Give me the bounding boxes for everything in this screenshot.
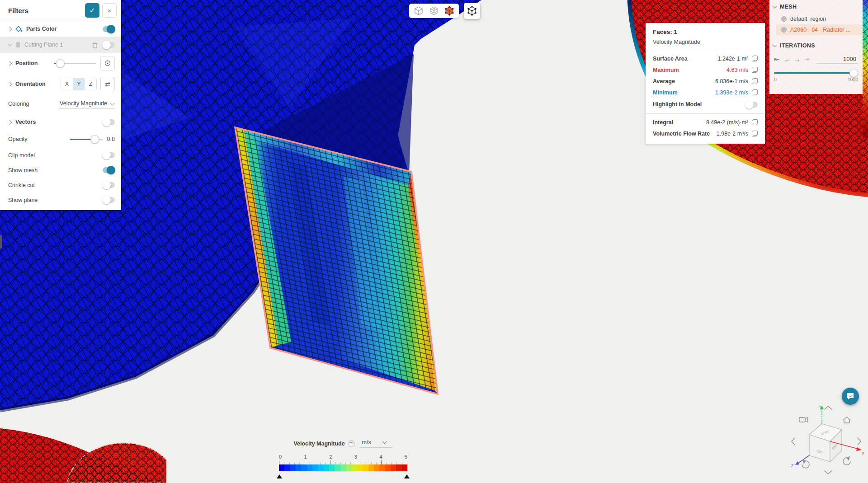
view-cube[interactable]: LEFT TOP BACK [809, 424, 842, 462]
copy-icon[interactable] [752, 67, 758, 73]
flip-orientation-button[interactable]: ⇄ [100, 77, 115, 91]
colorbar-ticks [279, 460, 407, 464]
volumetric-flow-rate-row: Volumetric Flow Rate 1.98e-2 m³/s [646, 128, 765, 139]
crinkle-cut-toggle[interactable] [103, 182, 115, 188]
stat-value: 1.393e-2 m/s [715, 89, 748, 96]
vectors-toggle[interactable] [103, 119, 115, 125]
axis-z-button[interactable]: Z [85, 78, 96, 90]
tree-item-label: A2060 - 04 - Radiator ... [790, 27, 850, 33]
apply-filters-button[interactable]: ✓ [85, 3, 99, 18]
clip-model-toggle[interactable] [103, 152, 115, 158]
position-slider[interactable] [54, 60, 96, 66]
next-iteration-button[interactable]: → [794, 56, 804, 63]
chevron-down-icon [382, 440, 387, 444]
axis-y-button[interactable]: Y [73, 78, 85, 90]
vectors-label: Vectors [15, 119, 103, 125]
divider [646, 50, 765, 50]
navigation-cube-gizmo[interactable]: LEFT TOP BACK Y X Z [787, 402, 866, 481]
parts-color-row[interactable]: Parts Color [0, 21, 121, 37]
clip-model-label: Clip model [8, 152, 103, 159]
copy-icon[interactable] [752, 131, 758, 136]
coloring-value: Velocity Magnitude [60, 100, 107, 107]
axis-x-button[interactable]: X [61, 78, 73, 90]
axis-segmented-control: X Y Z [61, 78, 97, 90]
selected-view-button[interactable] [464, 3, 480, 19]
range-min-marker[interactable] [277, 474, 282, 478]
rotate-ccw-icon[interactable] [802, 461, 809, 468]
close-icon: × [108, 7, 112, 14]
chevron-down-icon [773, 4, 777, 9]
mesh-header-label: MESH [780, 4, 797, 10]
cube-mesh-icon [429, 5, 439, 16]
colorbar-tick-labels: 0 1 2 3 4 5 [279, 454, 407, 460]
stat-label: Average [653, 78, 715, 84]
copy-icon[interactable] [752, 89, 758, 95]
faces-panel-subtitle: Velocity Magnitude [646, 39, 765, 45]
copy-icon[interactable] [752, 78, 758, 84]
rotate-up-chevron[interactable] [825, 406, 832, 409]
view-mode-toolbar [409, 4, 459, 18]
highlight-in-model-toggle[interactable] [745, 102, 758, 108]
stat-value: 1.242e-1 m² [718, 56, 748, 62]
iterations-header[interactable]: ITERATIONS [769, 39, 863, 52]
first-iteration-button[interactable]: ⇤ [774, 55, 784, 63]
iteration-slider[interactable] [774, 70, 858, 76]
maximum-row: Maximum 4.63 m/s [646, 64, 765, 75]
stat-label: Volumetric Flow Rate [653, 131, 717, 137]
legend-title: Velocity Magnitude [293, 441, 344, 447]
mesh-tree-header[interactable]: MESH [769, 0, 863, 14]
geometry-view-button[interactable] [411, 5, 426, 17]
previous-iteration-button[interactable]: ← [784, 56, 794, 63]
chevron-down-icon [773, 43, 777, 47]
panel-resize-handle[interactable] [0, 235, 2, 249]
copy-icon[interactable] [752, 119, 758, 125]
trash-icon[interactable] [92, 42, 98, 48]
opacity-slider[interactable] [70, 136, 103, 142]
range-max-marker[interactable] [404, 474, 410, 478]
home-icon[interactable] [843, 417, 850, 423]
rotate-down-chevron[interactable] [825, 471, 832, 474]
mesh-cube-icon [781, 27, 787, 33]
stat-label: Surface Area [653, 56, 718, 62]
chevron-right-icon [8, 61, 12, 66]
camera-icon[interactable] [799, 417, 807, 422]
legend-unit-value: m/s [362, 439, 371, 445]
position-row: Position [0, 53, 121, 74]
swap-icon: ⇄ [105, 80, 110, 88]
reset-position-button[interactable] [100, 56, 115, 70]
tree-item-default-region[interactable]: default_region [776, 14, 863, 24]
show-plane-row: Show plane [0, 192, 121, 210]
tree-item-radiator[interactable]: A2060 - 04 - Radiator ... [776, 24, 863, 35]
coloring-label: Coloring [8, 101, 59, 107]
legend-settings-icon[interactable] [348, 440, 355, 447]
cutting-plane-label: Cutting Plane 1 [24, 42, 92, 48]
target-icon [104, 60, 111, 66]
crinkle-cut-label: Crinkle cut [8, 182, 103, 188]
stat-value: 6.836e-1 m/s [715, 78, 748, 84]
stat-label: Integral [653, 119, 706, 126]
faces-stats-panel: Faces: 1 Velocity Magnitude Surface Area… [646, 23, 765, 144]
cutting-plane-toggle[interactable] [103, 42, 115, 48]
color-legend: Velocity Magnitude m/s 0 1 2 3 4 5 [274, 439, 413, 471]
close-filters-button[interactable]: × [102, 3, 117, 18]
coloring-dropdown[interactable]: Velocity Magnitude [59, 99, 115, 109]
rotate-right-chevron[interactable] [858, 438, 861, 445]
show-plane-toggle[interactable] [103, 197, 115, 203]
cutting-plane-row[interactable]: Cutting Plane 1 [0, 37, 121, 53]
legend-header: Velocity Magnitude m/s [274, 439, 413, 448]
stat-label: Maximum [653, 67, 726, 73]
support-chat-button[interactable] [842, 388, 859, 405]
parts-color-toggle[interactable] [103, 26, 115, 32]
opacity-label: Opacity [8, 136, 70, 142]
solid-color-view-button[interactable] [442, 5, 457, 17]
iteration-value-input[interactable]: 1000 [816, 55, 858, 64]
rotate-cw-icon[interactable] [843, 458, 850, 465]
show-mesh-toggle[interactable] [103, 167, 115, 173]
rotate-left-chevron[interactable] [792, 438, 795, 445]
mesh-view-button[interactable] [426, 5, 442, 17]
copy-icon[interactable] [752, 56, 758, 61]
chevron-down-icon [110, 101, 115, 106]
legend-unit-dropdown[interactable]: m/s [359, 439, 393, 448]
last-iteration-button[interactable]: ⇥ [804, 55, 814, 63]
clip-model-row: Clip model [0, 148, 121, 163]
